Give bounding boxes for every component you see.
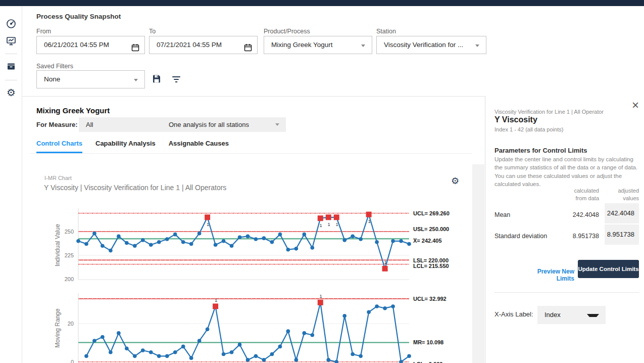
- x-axis-label: X-Axis Label:: [494, 310, 533, 318]
- svg-text:1: 1: [320, 222, 322, 228]
- saved-filters-value: None: [44, 75, 60, 83]
- calendar-icon[interactable]: [131, 41, 139, 49]
- monitor-chart-icon[interactable]: [6, 35, 17, 47]
- svg-text:1: 1: [384, 259, 386, 265]
- svg-text:M̅R̅= 10.098: M̅R̅= 10.098: [413, 339, 443, 345]
- chevron-down-icon: [275, 123, 279, 126]
- preview-new-limits-link[interactable]: Preview New Limits: [518, 268, 574, 282]
- update-control-limits-button[interactable]: Update Control Limits: [578, 260, 639, 278]
- chart-subtitle: Y Viscosity | Viscosity Verification for…: [44, 184, 226, 192]
- filter-icon[interactable]: [171, 75, 181, 84]
- main-content: Process Quality Snapshot From 06/21/2021…: [22, 6, 644, 363]
- parameters-description: Update the center line and control limit…: [494, 155, 639, 188]
- tab-bar: Control Charts Capability Analysis Assig…: [36, 140, 229, 153]
- top-navigation-bar: [0, 0, 644, 6]
- chevron-down-icon: [587, 314, 599, 317]
- from-label: From: [36, 28, 51, 35]
- svg-text:UCL= 269.260: UCL= 269.260: [413, 210, 450, 216]
- stddev-calculated-value: 8.951738: [549, 233, 599, 240]
- parameters-section-title: Parameters for Control Limits: [494, 147, 587, 154]
- control-limits-panel: × Viscosity Verification for Line 1 | Al…: [485, 96, 644, 363]
- station-value: Viscosity Verification for ...: [384, 41, 463, 49]
- measure-select[interactable]: All: [79, 117, 173, 132]
- chevron-down-icon: [475, 44, 479, 47]
- archive-box-icon[interactable]: [6, 61, 17, 72]
- chevron-down-icon: [361, 44, 365, 47]
- panel-eyebrow: Viscosity Verification for Line 1 | All …: [494, 109, 604, 115]
- svg-text:1: 1: [336, 221, 338, 227]
- product-process-label: Product/Process: [264, 28, 310, 35]
- from-date-value: 06/21/2021 04:55 PM: [44, 41, 109, 49]
- panel-divider: [494, 292, 639, 293]
- svg-text:200: 200: [65, 276, 74, 282]
- process-title: Mixing Greek Yogurt: [36, 106, 110, 115]
- mean-calculated-value: 242.4048: [549, 211, 599, 218]
- measure-value: All: [86, 121, 93, 128]
- chart-type-label: I-MR Chart: [44, 175, 72, 181]
- svg-text:250: 250: [65, 229, 74, 235]
- stddev-adjusted-value: 8.951738: [605, 224, 639, 245]
- stddev-row-label: Standard deviation: [494, 233, 547, 240]
- tab-bar-border: [30, 153, 472, 154]
- stddev-adjusted-input[interactable]: 8.951738: [605, 224, 639, 245]
- panel-title: Y Viscosity: [494, 115, 537, 124]
- svg-text:LCL= 0.000: LCL= 0.000: [413, 361, 442, 363]
- svg-text:1: 1: [207, 221, 209, 227]
- svg-text:1: 1: [328, 221, 330, 227]
- analysis-scope-value: One analysis for all stations: [169, 121, 249, 128]
- svg-text:0: 0: [71, 359, 74, 363]
- tab-control-charts[interactable]: Control Charts: [36, 140, 82, 153]
- product-process-value: Mixing Greek Yogurt: [271, 41, 333, 49]
- svg-text:1: 1: [215, 297, 217, 303]
- svg-text:Moving Range: Moving Range: [54, 308, 61, 348]
- from-date-input[interactable]: 06/21/2021 04:55 PM: [36, 36, 145, 54]
- chevron-down-icon: [134, 79, 138, 81]
- product-process-select[interactable]: Mixing Greek Yogurt: [264, 36, 372, 54]
- saved-filters-label: Saved Filters: [36, 63, 73, 70]
- sidebar-divider: [5, 80, 17, 80]
- tab-assignable-causes[interactable]: Assignable Causes: [169, 140, 229, 153]
- calendar-icon[interactable]: [244, 41, 252, 49]
- adjusted-column-header: adjustedvalues: [589, 187, 639, 202]
- analysis-scope-select[interactable]: One analysis for all stations: [162, 117, 286, 132]
- saved-filters-select[interactable]: None: [36, 70, 145, 88]
- svg-text:Individual Value: Individual Value: [54, 224, 61, 266]
- for-measure-label: For Measure:: [36, 121, 78, 128]
- save-filter-icon[interactable]: [152, 74, 162, 84]
- mean-adjusted-input[interactable]: 242.4048: [605, 203, 639, 223]
- imr-control-chart: UCL= 269.260USL= 250.000X̅= 242.405LSL= …: [44, 202, 479, 363]
- station-select[interactable]: Viscosity Verification for ...: [376, 36, 486, 54]
- svg-text:UCL= 32.992: UCL= 32.992: [413, 296, 447, 302]
- svg-text:20: 20: [68, 321, 74, 327]
- to-date-input[interactable]: 07/21/2021 04:55 PM: [149, 36, 258, 54]
- chart-settings-gear-icon[interactable]: ⚙: [450, 175, 461, 187]
- station-label: Station: [376, 28, 396, 35]
- settings-gear-icon[interactable]: ⚙: [6, 87, 17, 98]
- to-date-value: 07/21/2021 04:55 PM: [157, 41, 222, 49]
- svg-text:1: 1: [368, 218, 370, 224]
- svg-text:1: 1: [320, 293, 322, 299]
- mean-adjusted-value: 242.4048: [605, 203, 639, 223]
- svg-text:LCL= 215.550: LCL= 215.550: [413, 263, 449, 269]
- sidebar: ⚙: [0, 6, 22, 363]
- tab-capability-analysis[interactable]: Capability Analysis: [95, 140, 156, 153]
- mean-row-label: Mean: [494, 211, 510, 218]
- page-title: Process Quality Snapshot: [36, 13, 121, 20]
- sidebar-divider: [5, 54, 17, 54]
- close-icon[interactable]: ×: [632, 99, 639, 111]
- svg-text:USL= 250.000: USL= 250.000: [413, 226, 449, 232]
- svg-text:X̅= 242.405: X̅= 242.405: [413, 238, 442, 244]
- x-axis-select[interactable]: Index: [537, 306, 606, 324]
- dashboard-gauge-icon[interactable]: [6, 18, 17, 29]
- to-label: To: [149, 28, 156, 35]
- svg-text:225: 225: [65, 252, 74, 258]
- index-range-text: Index 1 - 42 (all data points): [494, 126, 563, 132]
